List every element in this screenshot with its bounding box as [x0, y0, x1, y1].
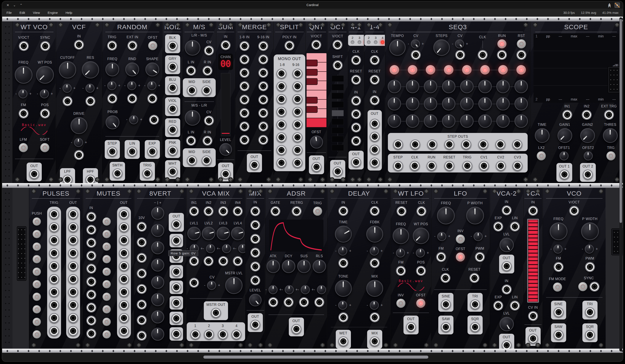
out-port[interactable] — [119, 326, 129, 336]
time-knob[interactable] — [535, 128, 550, 143]
knob[interactable] — [406, 80, 419, 93]
in-port[interactable] — [86, 264, 96, 274]
atk-knob[interactable] — [267, 260, 280, 273]
mono-out-port[interactable] — [277, 107, 286, 117]
trim-knob[interactable] — [301, 285, 310, 294]
knob[interactable] — [185, 110, 200, 126]
trim-knob[interactable] — [129, 115, 138, 124]
out-port[interactable] — [351, 157, 361, 167]
piano-key-black[interactable] — [307, 106, 318, 113]
mono-out-port[interactable] — [292, 69, 302, 79]
vertical-scrollbar[interactable] — [619, 17, 622, 351]
trim-knob[interactable] — [396, 248, 405, 257]
2-port[interactable] — [204, 329, 214, 339]
cv3-port[interactable] — [512, 161, 523, 171]
cv-port[interactable] — [204, 116, 214, 126]
port[interactable] — [461, 140, 471, 149]
knob[interactable] — [460, 80, 473, 93]
out-port[interactable] — [119, 209, 129, 219]
out-port[interactable] — [291, 324, 301, 334]
ofst2-knob[interactable] — [584, 151, 593, 160]
pnk-output[interactable]: PNK — [165, 139, 180, 158]
1-port[interactable] — [190, 329, 200, 339]
push-button[interactable] — [33, 330, 41, 338]
4-port[interactable] — [231, 329, 241, 339]
trim-knob[interactable] — [40, 89, 49, 98]
port[interactable] — [204, 256, 214, 266]
lvl1-knob[interactable] — [187, 227, 201, 240]
p-width-knob[interactable] — [466, 207, 484, 224]
mstr-out-output[interactable]: MSTR OUT — [204, 301, 228, 320]
out-port[interactable] — [333, 167, 343, 176]
lin-port[interactable] — [510, 301, 520, 311]
poly-in-port[interactable] — [284, 41, 294, 51]
trig-port[interactable] — [142, 168, 152, 178]
rls-knob[interactable] — [312, 260, 326, 273]
out-2-output[interactable]: OUT 2 — [580, 163, 596, 182]
wht-port[interactable] — [168, 167, 178, 177]
9-16-in-port[interactable] — [258, 41, 268, 51]
mono-out-port[interactable] — [277, 132, 286, 142]
out-port[interactable] — [370, 158, 380, 168]
mono-out-port[interactable] — [277, 81, 286, 91]
mix-output[interactable]: MIX — [367, 330, 382, 349]
mono-out-port[interactable] — [292, 107, 302, 117]
gain-knob[interactable] — [151, 293, 164, 306]
trig-port[interactable] — [49, 274, 59, 284]
tri-output[interactable]: TRI — [468, 293, 483, 312]
in-port[interactable] — [250, 206, 260, 216]
step-button[interactable] — [462, 65, 472, 75]
9-16-in-port[interactable] — [258, 121, 268, 131]
out-port[interactable] — [370, 145, 380, 155]
out-port[interactable] — [171, 236, 181, 246]
reset-port[interactable] — [397, 206, 406, 216]
thres-knob[interactable] — [603, 128, 618, 143]
out-port[interactable] — [171, 282, 181, 292]
knob[interactable] — [496, 97, 510, 111]
mid-port[interactable] — [187, 85, 197, 95]
trim-knob[interactable] — [338, 301, 347, 310]
freq-knob[interactable] — [15, 66, 32, 84]
mono-out-port[interactable] — [277, 158, 286, 168]
port[interactable] — [189, 278, 199, 288]
trim-knob[interactable] — [147, 81, 156, 90]
push-button[interactable] — [33, 305, 41, 313]
gate-port[interactable] — [270, 206, 280, 216]
lin-output[interactable]: LIN — [125, 140, 140, 159]
trig-port[interactable] — [49, 261, 59, 271]
mute-button[interactable] — [102, 280, 111, 288]
knob[interactable] — [460, 97, 473, 111]
sine-port[interactable] — [554, 307, 563, 317]
fm-port[interactable] — [436, 252, 446, 262]
gain1-knob[interactable] — [558, 128, 572, 143]
step-button[interactable] — [498, 65, 508, 75]
trig-port[interactable] — [49, 248, 59, 258]
wet-output[interactable]: WET — [336, 330, 351, 349]
knob[interactable] — [424, 97, 437, 111]
level-knob[interactable] — [249, 294, 262, 306]
in-port[interactable] — [502, 205, 512, 215]
knob[interactable] — [514, 80, 528, 93]
mute-button[interactable] — [102, 268, 111, 276]
step-button[interactable] — [444, 65, 453, 75]
sqr-output[interactable]: SQR — [468, 316, 483, 334]
in-port[interactable] — [86, 329, 96, 338]
rst-button[interactable] — [517, 39, 526, 48]
saw-output[interactable]: SAW — [551, 323, 566, 342]
mute-button[interactable] — [102, 255, 111, 263]
fm-port[interactable] — [554, 262, 563, 272]
mute-button[interactable] — [102, 318, 111, 326]
9-16-in-port[interactable] — [258, 108, 268, 118]
10v-port[interactable] — [137, 331, 147, 341]
step-output[interactable]: STEP — [105, 140, 120, 159]
out-output[interactable]: OUT — [309, 155, 324, 174]
channel-led-box[interactable]: 234 — [348, 35, 364, 46]
port[interactable] — [147, 94, 157, 104]
out-port[interactable] — [250, 160, 259, 170]
ofst-knob[interactable] — [310, 136, 323, 148]
mono-out-port[interactable] — [277, 145, 286, 155]
lvl2-knob[interactable] — [202, 227, 215, 240]
cv1-port[interactable] — [479, 161, 489, 171]
tri-port[interactable] — [470, 299, 480, 309]
knob[interactable] — [219, 143, 232, 156]
